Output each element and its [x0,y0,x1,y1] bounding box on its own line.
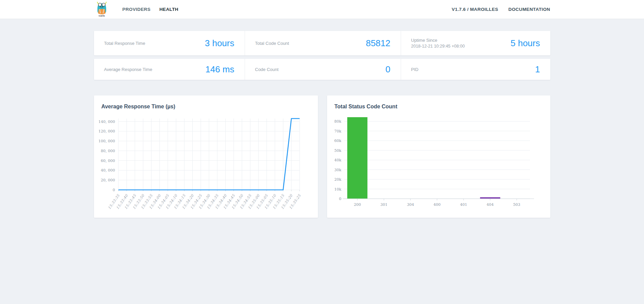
stat-value: 1 [535,64,540,75]
stat-uptime-since: Uptime Since 2018-12-21 10:29:45 +08:00 … [401,31,550,55]
nav-link-documentation[interactable]: DOCUMENTATION [508,7,550,12]
stat-label: Total Response Time [104,41,145,46]
stat-label: Uptime Since [411,38,465,43]
stat-label: Code Count [255,67,279,72]
svg-text:503: 503 [513,202,520,207]
stat-value: 5 hours [511,38,540,49]
stat-value: 85812 [366,38,390,49]
svg-text:404: 404 [487,202,494,207]
chart-title-response-time: Average Response Time (µs) [94,95,318,110]
traefik-gopher-icon: træfik [94,1,109,17]
stat-pid: PID 1 [401,59,550,80]
svg-text:20k: 20k [334,177,341,182]
stat-value: 0 [385,64,390,75]
stat-code-count: Code Count 0 [245,59,401,80]
svg-text:301: 301 [380,202,387,207]
nav-link-health[interactable]: HEALTH [159,7,178,12]
svg-text:50k: 50k [334,148,341,153]
stats-row-1: Total Response Time 3 hours Total Code C… [94,31,550,55]
svg-text:30k: 30k [334,168,341,172]
svg-text:60, 000: 60, 000 [101,159,115,163]
navbar: træfik PROVIDERS HEALTH V1.7.6 / MAROILL… [0,0,644,19]
main-content: Total Response Time 3 hours Total Code C… [94,31,550,218]
stats-row-2: Average Response Time 146 ms Code Count … [94,59,550,80]
svg-text:401: 401 [460,202,467,207]
stat-label: PID [411,67,419,72]
response-time-card: Average Response Time (µs) 020, 00040, 0… [94,95,318,218]
stat-total-response-time: Total Response Time 3 hours [94,31,245,55]
stat-total-code-count: Total Code Count 85812 [245,31,401,55]
stat-sublabel: 2018-12-21 10:29:45 +08:00 [411,44,465,49]
svg-text:60k: 60k [334,139,341,143]
response-time-chart: 020, 00040, 00060, 00080, 000100, 000120… [96,113,313,215]
stat-value: 3 hours [205,38,234,49]
status-code-card: Total Status Code Count 010k20k30k40k50k… [327,95,550,218]
nav-link-providers[interactable]: PROVIDERS [122,7,151,12]
svg-text:40k: 40k [334,158,341,162]
svg-text:200: 200 [354,202,361,207]
svg-text:40, 000: 40, 000 [101,168,115,173]
stat-label: Average Response Time [104,67,152,72]
svg-text:80, 000: 80, 000 [101,149,115,153]
traefik-logo[interactable]: træfik [94,1,110,18]
svg-text:304: 304 [407,202,414,207]
svg-text:70k: 70k [334,129,341,133]
nav-link-version[interactable]: V1.7.6 / MAROILLES [452,7,498,12]
svg-text:400: 400 [433,202,440,207]
stat-value: 146 ms [205,64,234,75]
stat-label: Total Code Count [255,41,289,46]
svg-text:120, 000: 120, 000 [98,129,115,133]
svg-text:0: 0 [113,188,115,192]
svg-text:140, 000: 140, 000 [98,120,115,124]
svg-text:80k: 80k [334,119,341,124]
stat-average-response-time: Average Response Time 146 ms [94,59,245,80]
svg-text:100, 000: 100, 000 [98,139,115,143]
chart-title-status-codes: Total Status Code Count [327,95,550,110]
svg-text:0: 0 [339,197,341,201]
traefik-logo-text: træfik [98,15,105,17]
status-code-chart: 010k20k30k40k50k60k70k80k200301304400401… [329,113,539,212]
charts-row: Average Response Time (µs) 020, 00040, 0… [94,95,550,218]
svg-text:10k: 10k [334,187,341,192]
svg-text:20, 000: 20, 000 [101,178,115,182]
